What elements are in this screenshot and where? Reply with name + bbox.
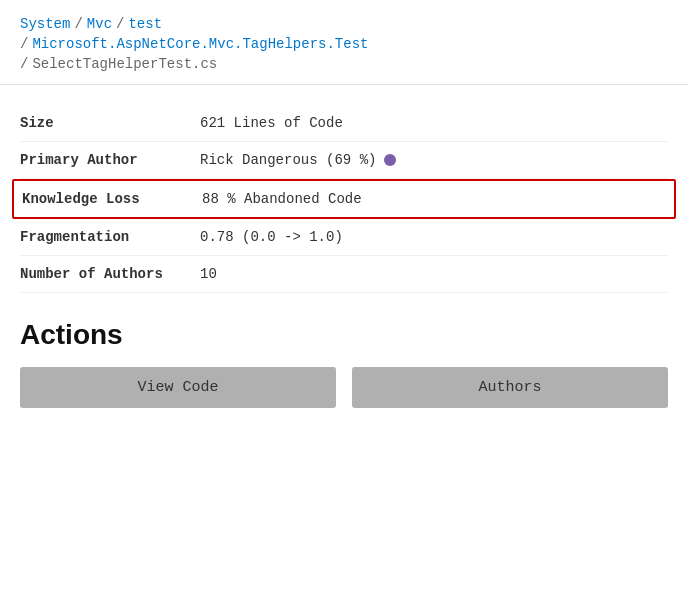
breadcrumb-line3: / SelectTagHelperTest.cs	[20, 56, 668, 72]
knowledge-loss-label: Knowledge Loss	[22, 191, 202, 207]
breadcrumb-sep2: /	[116, 16, 124, 32]
knowledge-loss-row: Knowledge Loss 88 % Abandoned Code	[12, 179, 676, 219]
breadcrumb-namespace[interactable]: Microsoft.AspNetCore.Mvc.TagHelpers.Test	[32, 36, 368, 52]
breadcrumb-sep4: /	[20, 56, 28, 72]
primary-author-label: Primary Author	[20, 152, 200, 168]
author-status-dot	[384, 154, 396, 166]
view-code-button[interactable]: View Code	[20, 367, 336, 408]
fragmentation-row: Fragmentation 0.78 (0.0 -> 1.0)	[20, 219, 668, 256]
info-section: Size 621 Lines of Code Primary Author Ri…	[0, 85, 688, 303]
authors-button[interactable]: Authors	[352, 367, 668, 408]
actions-section: Actions View Code Authors	[0, 303, 688, 428]
fragmentation-label: Fragmentation	[20, 229, 200, 245]
breadcrumb-line1: System / Mvc / test	[20, 16, 668, 32]
primary-author-value: Rick Dangerous (69 %)	[200, 152, 396, 168]
size-row: Size 621 Lines of Code	[20, 105, 668, 142]
actions-title: Actions	[20, 319, 668, 351]
breadcrumb-file: SelectTagHelperTest.cs	[32, 56, 217, 72]
size-value: 621 Lines of Code	[200, 115, 343, 131]
primary-author-text: Rick Dangerous (69 %)	[200, 152, 376, 168]
breadcrumb-section: System / Mvc / test / Microsoft.AspNetCo…	[0, 0, 688, 85]
fragmentation-value: 0.78 (0.0 -> 1.0)	[200, 229, 343, 245]
breadcrumb-mvc[interactable]: Mvc	[87, 16, 112, 32]
num-authors-value: 10	[200, 266, 217, 282]
num-authors-label: Number of Authors	[20, 266, 200, 282]
knowledge-loss-value: 88 % Abandoned Code	[202, 191, 362, 207]
num-authors-row: Number of Authors 10	[20, 256, 668, 293]
size-label: Size	[20, 115, 200, 131]
breadcrumb-line2: / Microsoft.AspNetCore.Mvc.TagHelpers.Te…	[20, 36, 668, 52]
primary-author-row: Primary Author Rick Dangerous (69 %)	[20, 142, 668, 179]
breadcrumb-test[interactable]: test	[128, 16, 162, 32]
breadcrumb-sep3: /	[20, 36, 28, 52]
actions-buttons: View Code Authors	[20, 367, 668, 408]
breadcrumb-system[interactable]: System	[20, 16, 70, 32]
breadcrumb-sep1: /	[74, 16, 82, 32]
